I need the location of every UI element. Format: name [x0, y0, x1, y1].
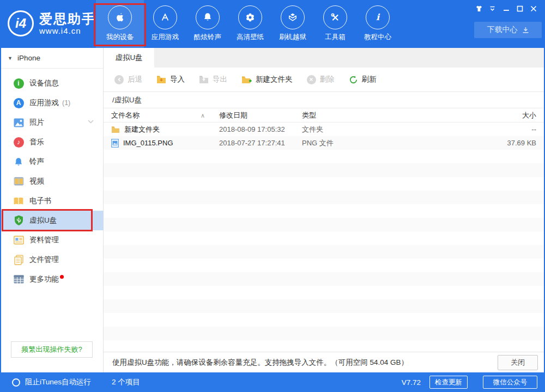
sidebar-item-app-games[interactable]: A 应用游戏 (1) [0, 93, 104, 113]
back-label: 后退 [128, 75, 142, 84]
sidebar-item-virtual-usb[interactable]: 虚拟U盘 [0, 211, 104, 230]
sidebar-item-file-management[interactable]: 文件管理 [0, 250, 104, 270]
sidebar-item-label: 设备信息 [29, 78, 59, 88]
window-controls [475, 4, 537, 13]
photos-icon [13, 117, 24, 128]
refresh-icon [349, 75, 358, 84]
file-name: IMG_0115.PNG [123, 139, 173, 147]
device-name: iPhone [17, 54, 40, 62]
device-selector[interactable]: ▼ iPhone [0, 48, 103, 69]
sidebar-item-label: 音乐 [29, 137, 44, 147]
nav-label: 高清壁纸 [237, 33, 264, 42]
close-icon[interactable] [529, 4, 537, 13]
table-row[interactable]: IMG_0115.PNG 2018-07-27 17:27:41 PNG 文件 … [104, 136, 545, 150]
nav-wallpapers[interactable]: 高清壁纸 [229, 0, 271, 48]
app-count-badge: (1) [62, 99, 70, 107]
column-header-date[interactable]: 修改日期 [211, 108, 294, 122]
delete-button[interactable]: 删除 [307, 75, 335, 84]
usb-shield-icon [13, 215, 24, 226]
nav-my-devices[interactable]: 我的设备 [96, 0, 144, 48]
maximize-icon[interactable] [516, 4, 524, 13]
file-size: -- [401, 125, 545, 133]
sidebar-item-videos[interactable]: 视频 [0, 171, 104, 191]
notification-dot [60, 275, 64, 279]
expand-chevron-icon[interactable] [88, 120, 94, 124]
radio-circle-icon [12, 378, 20, 387]
sidebar-item-more-features[interactable]: 更多功能 [0, 270, 104, 289]
current-path: /虚拟U盘 [112, 95, 142, 105]
box-icon [286, 11, 299, 24]
close-button[interactable]: 关闭 [498, 355, 538, 370]
column-header-name[interactable]: 文件名称 ∧ [104, 108, 211, 122]
sidebar-item-photos[interactable]: 照片 [0, 113, 104, 132]
sidebar-item-ringtones[interactable]: 铃声 [0, 152, 104, 171]
download-icon [522, 27, 529, 34]
tools-icon [329, 11, 342, 24]
file-size: 37.69 KB [401, 139, 545, 147]
export-label: 导出 [213, 75, 227, 84]
column-header-size[interactable]: 大小 [401, 108, 545, 122]
svg-text:i: i [376, 12, 380, 22]
nav-ringtones[interactable]: 酷炫铃声 [186, 0, 229, 48]
bottom-status-bar: 阻止iTunes自动运行 2 个项目 V7.72 检查更新 微信公众号 [0, 372, 545, 392]
nav-app-games[interactable]: 应用游戏 [144, 0, 186, 48]
sidebar-item-label: 更多功能 [29, 274, 59, 284]
operation-failure-help-button[interactable]: 频繁出现操作失败? [11, 341, 93, 358]
nav-label: 应用游戏 [152, 33, 179, 42]
tab-virtual-usb[interactable]: 虚拟U盘 [104, 48, 154, 68]
column-header-type[interactable]: 类型 [294, 108, 401, 122]
main-menu-icon[interactable] [488, 4, 496, 13]
file-name: 新建文件夹 [124, 125, 160, 134]
block-itunes-label: 阻止iTunes自动运行 [25, 377, 91, 387]
export-button[interactable]: 导出 [199, 75, 227, 84]
nav-jailbreak[interactable]: 刷机越狱 [271, 0, 314, 48]
sidebar-item-label: 铃声 [29, 157, 44, 167]
table-row[interactable]: 新建文件夹 2018-08-09 17:05:32 文件夹 -- [104, 122, 545, 136]
wechat-official-account-button[interactable]: 微信公众号 [483, 376, 537, 389]
sidebar-item-label: 资料管理 [29, 235, 59, 245]
file-type: 文件夹 [294, 125, 401, 134]
app-title: 爱思助手 [39, 12, 96, 26]
sidebar-item-data-management[interactable]: 资料管理 [0, 230, 104, 250]
minimize-icon[interactable] [502, 4, 510, 13]
image-file-icon [111, 139, 119, 148]
flower-icon [244, 11, 257, 24]
breadcrumb-path: /虚拟U盘 [104, 91, 545, 108]
skin-icon[interactable] [475, 4, 483, 13]
back-button[interactable]: 后退 [114, 75, 142, 84]
data-management-icon [13, 235, 24, 246]
sidebar-item-music[interactable]: ♪ 音乐 [0, 132, 104, 152]
sidebar-item-label: 视频 [29, 176, 44, 186]
table-header: 文件名称 ∧ 修改日期 类型 大小 [104, 108, 545, 122]
new-folder-label: 新建文件夹 [256, 75, 293, 84]
file-list-empty-area[interactable] [104, 150, 545, 352]
block-itunes-toggle[interactable]: 阻止iTunes自动运行 [12, 372, 91, 392]
nav-label: 教程中心 [364, 33, 391, 42]
app-header: i4 爱思助手 www.i4.cn 我的设备 应用游戏 酷炫铃声 [0, 0, 545, 48]
new-folder-button[interactable]: 新建文件夹 [241, 75, 293, 84]
apple-icon [113, 11, 126, 24]
sidebar-item-device-info[interactable]: i 设备信息 [0, 74, 104, 93]
nav-toolbox[interactable]: 工具箱 [314, 0, 356, 48]
nav-tutorials[interactable]: i 教程中心 [356, 0, 399, 48]
import-button[interactable]: 导入 [156, 75, 185, 84]
delete-label: 删除 [320, 75, 335, 84]
top-nav: 我的设备 应用游戏 酷炫铃声 高清壁纸 刷机越狱 [96, 0, 399, 48]
status-message-bar: 使用虚拟U盘功能，请确保设备剩余容量充足。支持拖拽导入文件。（可用空间 54.0… [104, 352, 545, 372]
check-update-button[interactable]: 检查更新 [429, 376, 468, 389]
import-icon [156, 75, 166, 84]
download-center-button[interactable]: 下载中心 [474, 22, 542, 38]
sidebar-item-label: 虚拟U盘 [29, 216, 57, 225]
ringtone-bell-icon [13, 156, 24, 167]
info-icon: i [371, 11, 384, 24]
sidebar-item-ebooks[interactable]: 电子书 [0, 191, 104, 211]
version-label: V7.72 [402, 372, 421, 392]
delete-icon [307, 75, 316, 84]
nav-label: 工具箱 [325, 33, 346, 42]
refresh-button[interactable]: 刷新 [349, 75, 377, 84]
refresh-label: 刷新 [362, 75, 377, 84]
window-border-left [0, 48, 1, 372]
sidebar-item-label: 文件管理 [29, 255, 59, 265]
tab-strip: 虚拟U盘 [104, 48, 545, 68]
ebook-icon [13, 195, 24, 206]
